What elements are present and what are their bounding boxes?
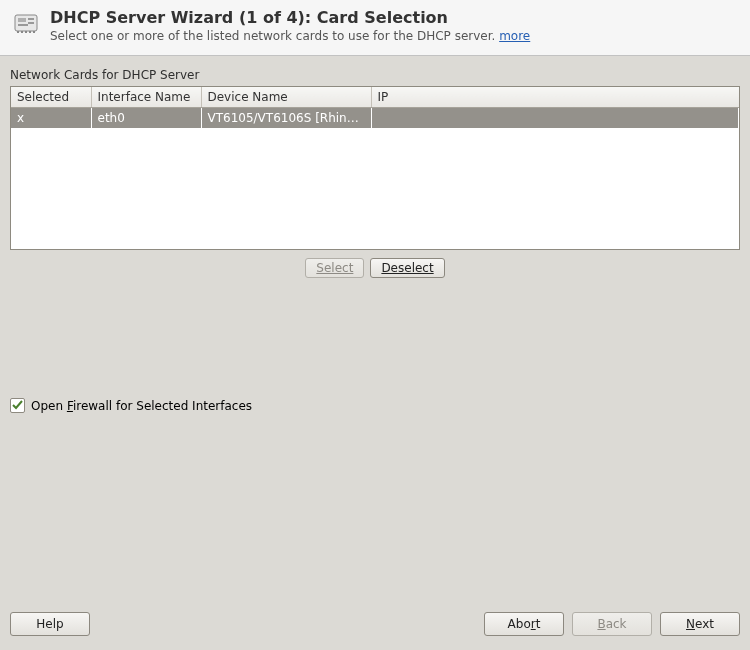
svg-rect-7: [25, 31, 27, 33]
col-device-name[interactable]: Device Name: [201, 87, 371, 108]
abort-button[interactable]: Abort: [484, 612, 564, 636]
svg-rect-3: [28, 22, 34, 24]
firewall-checkbox-row: Open Firewall for Selected Interfaces: [10, 398, 740, 413]
select-buttons: Select Deselect: [10, 258, 740, 278]
cell-ip: [371, 108, 739, 129]
network-cards-table[interactable]: Selected Interface Name Device Name IP x…: [10, 86, 740, 250]
svg-rect-4: [18, 24, 28, 26]
deselect-button[interactable]: Deselect: [370, 258, 444, 278]
header: DHCP Server Wizard (1 of 4): Card Select…: [0, 0, 750, 56]
table-header-row: Selected Interface Name Device Name IP: [11, 87, 739, 108]
svg-rect-2: [28, 18, 34, 20]
svg-rect-6: [21, 31, 23, 33]
col-selected[interactable]: Selected: [11, 87, 91, 108]
cell-interface-name: eth0: [91, 108, 201, 129]
table-row[interactable]: x eth0 VT6105/VT6106S [Rhine-III]: [11, 108, 739, 129]
cell-device-name: VT6105/VT6106S [Rhine-III]: [201, 108, 371, 129]
cell-selected: x: [11, 108, 91, 129]
content-area: Network Cards for DHCP Server Selected I…: [0, 56, 750, 602]
page-subtitle: Select one or more of the listed network…: [50, 29, 530, 43]
wizard-window: DHCP Server Wizard (1 of 4): Card Select…: [0, 0, 750, 650]
svg-rect-5: [17, 31, 19, 33]
footer-bar: Help Abort Back Next: [0, 602, 750, 650]
col-interface-name[interactable]: Interface Name: [91, 87, 201, 108]
next-button[interactable]: Next: [660, 612, 740, 636]
svg-rect-9: [33, 31, 35, 33]
select-button[interactable]: Select: [305, 258, 364, 278]
network-card-icon: [14, 12, 38, 36]
back-button[interactable]: Back: [572, 612, 652, 636]
col-ip[interactable]: IP: [371, 87, 739, 108]
svg-rect-1: [18, 18, 26, 22]
section-label: Network Cards for DHCP Server: [10, 68, 740, 82]
firewall-checkbox-label[interactable]: Open Firewall for Selected Interfaces: [31, 399, 252, 413]
page-title: DHCP Server Wizard (1 of 4): Card Select…: [50, 8, 530, 27]
svg-rect-8: [29, 31, 31, 33]
help-button[interactable]: Help: [10, 612, 90, 636]
firewall-checkbox[interactable]: [10, 398, 25, 413]
more-link[interactable]: more: [499, 29, 530, 43]
